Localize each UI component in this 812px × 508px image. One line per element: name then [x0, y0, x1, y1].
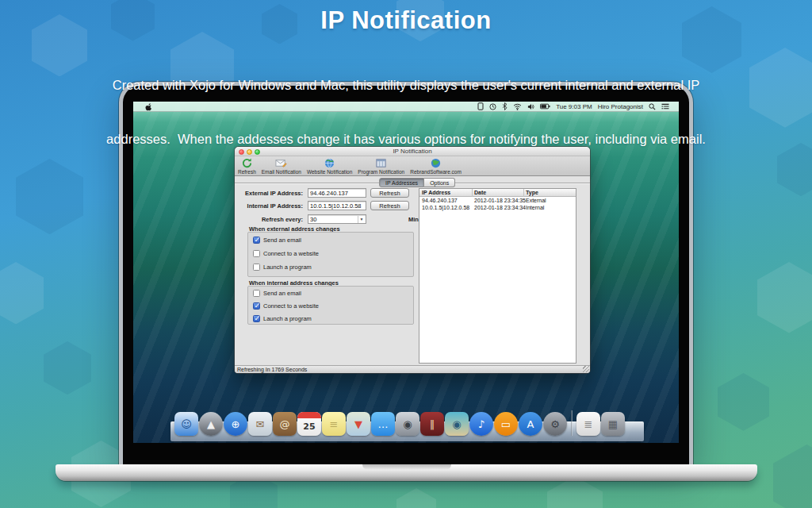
trash-icon: ▦	[608, 419, 618, 429]
itunes-icon: ♪	[478, 419, 485, 429]
column-ip-address[interactable]: IP Address	[422, 190, 450, 195]
checkbox-label: Connect to a website	[263, 302, 319, 310]
internal-ip-label: Internal IP Address:	[235, 202, 303, 210]
dock-itunes[interactable]: ♪	[469, 412, 493, 436]
hexagon-decoration	[0, 262, 44, 324]
dock-photo-booth[interactable]: ‖	[420, 412, 444, 436]
column-type[interactable]: Type	[526, 190, 538, 195]
internal-refresh-button[interactable]: Refresh	[370, 201, 409, 210]
cell-date: 2012-01-18 23:34:35	[474, 198, 526, 203]
refresh-every-label: Refresh every:	[235, 216, 303, 223]
checkbox-external-connect-website[interactable]	[253, 250, 260, 257]
dock-launchpad[interactable]: ▲	[199, 412, 223, 436]
window-statusbar: Refreshing In 1769 Seconds	[235, 365, 590, 373]
status-text: Refreshing In 1769 Seconds	[237, 367, 307, 372]
maps-icon: ▼	[354, 419, 362, 429]
column-date[interactable]: Date	[474, 190, 486, 195]
checkbox-internal-send-email[interactable]	[253, 290, 260, 297]
mail-icon: ✉	[256, 419, 265, 429]
description-line-1: Created with Xojo for Windows and Mac, t…	[0, 76, 812, 94]
checkbox-label: Send an email	[263, 290, 301, 297]
dock-safari[interactable]: ⊕	[224, 412, 247, 436]
messages-icon: …	[378, 419, 389, 429]
notes-icon: ≡	[330, 419, 339, 429]
cell-type: Internal	[526, 205, 544, 210]
external-changes-group: Send an email Connect to a website Launc…	[247, 232, 414, 277]
checkbox-external-launch-program[interactable]	[253, 264, 260, 271]
checkbox-label: Send an email	[263, 237, 301, 244]
dock-app-store[interactable]: A	[519, 412, 542, 436]
external-ip-field[interactable]: 94.46.240.137	[308, 188, 366, 198]
chevron-down-icon[interactable]: ▼	[358, 216, 365, 223]
external-refresh-button[interactable]: Refresh	[370, 188, 409, 198]
internal-ip-field[interactable]: 10.0.1.5|10.12.0.58	[308, 201, 366, 210]
dock-maps[interactable]: ▼	[347, 412, 370, 436]
hero-header: IP Notification Created with Xojo for Wi…	[0, 6, 812, 184]
documents-icon: ≣	[584, 419, 593, 429]
iphoto-icon: ◉	[452, 419, 461, 429]
dock-facetime[interactable]: ◉	[396, 412, 419, 436]
dock-separator	[571, 410, 573, 436]
hexagon-decoration	[396, 488, 436, 508]
page-title: IP Notification	[0, 6, 812, 35]
hexagon-decoration	[547, 476, 603, 508]
hexagon-decoration	[718, 373, 769, 431]
internal-changes-group: Send an email Connect to a website Launc…	[247, 286, 414, 325]
dock-trash[interactable]: ▦	[601, 412, 625, 436]
photo-booth-icon: ‖	[430, 419, 435, 429]
refresh-every-value: 30	[310, 216, 316, 223]
cell-date: 2012-01-18 23:34:34	[474, 205, 526, 210]
external-ip-label: External IP Address:	[235, 190, 303, 197]
macos-dock: ☺▲⊕✉@25≡▼…◉‖◉♪▭A⚙≣▦	[170, 406, 644, 441]
checkbox-label: Launch a program	[263, 264, 312, 271]
ip-history-table[interactable]: IP Address Date Type 94.46.240.137 2012-…	[419, 188, 576, 364]
laptop-lid-notch	[362, 464, 451, 470]
resize-grip[interactable]	[583, 366, 589, 372]
checkbox-external-send-email[interactable]	[253, 237, 260, 244]
description-line-2: addresses. When the addesses change it h…	[0, 130, 812, 148]
launchpad-icon: ▲	[207, 419, 215, 429]
refresh-every-combobox[interactable]: 30 ▼	[308, 214, 366, 224]
system-preferences-icon: ⚙	[550, 419, 560, 429]
dock-finder[interactable]: ☺	[174, 412, 198, 436]
dock-documents[interactable]: ≣	[576, 412, 600, 436]
app-store-icon: A	[527, 419, 534, 429]
checkbox-label: Launch a program	[263, 315, 312, 322]
hexagon-decoration	[773, 444, 812, 508]
dock-notes[interactable]: ≡	[322, 412, 346, 436]
contacts-icon: @	[280, 419, 290, 429]
dock-calendar[interactable]: 25	[297, 412, 321, 436]
checkbox-label: Connect to a website	[263, 250, 319, 257]
table-row[interactable]: 94.46.240.137 2012-01-18 23:34:35 Extern…	[419, 198, 576, 205]
cell-ip: 94.46.240.137	[422, 198, 458, 203]
page-description: Created with Xojo for Windows and Mac, t…	[0, 40, 812, 184]
dock-iphoto[interactable]: ◉	[445, 412, 469, 436]
checkbox-internal-launch-program[interactable]	[253, 315, 260, 322]
ibooks-icon: ▭	[501, 419, 511, 429]
finder-icon: ☺	[181, 419, 192, 429]
calendar-icon: 25	[303, 422, 315, 431]
dock-system-preferences[interactable]: ⚙	[543, 412, 567, 436]
safari-icon: ⊕	[232, 419, 240, 429]
facetime-icon: ◉	[403, 419, 412, 429]
cell-ip: 10.0.1.5|10.12.0.58	[422, 205, 469, 210]
dock-messages[interactable]: …	[371, 412, 395, 436]
table-header[interactable]: IP Address Date Type	[419, 189, 576, 197]
checkbox-internal-connect-website[interactable]	[253, 302, 260, 310]
window-content: IP Addresses Options External IP Address…	[235, 176, 590, 365]
dock-contacts[interactable]: @	[273, 412, 297, 436]
dock-ibooks[interactable]: ▭	[494, 412, 518, 436]
hexagon-decoration	[757, 262, 812, 333]
hexagon-decoration	[44, 341, 91, 394]
laptop-base	[56, 464, 757, 481]
cell-type: External	[526, 198, 546, 203]
dock-mail[interactable]: ✉	[248, 412, 272, 436]
table-row[interactable]: 10.0.1.5|10.12.0.58 2012-01-18 23:34:34 …	[419, 205, 576, 212]
